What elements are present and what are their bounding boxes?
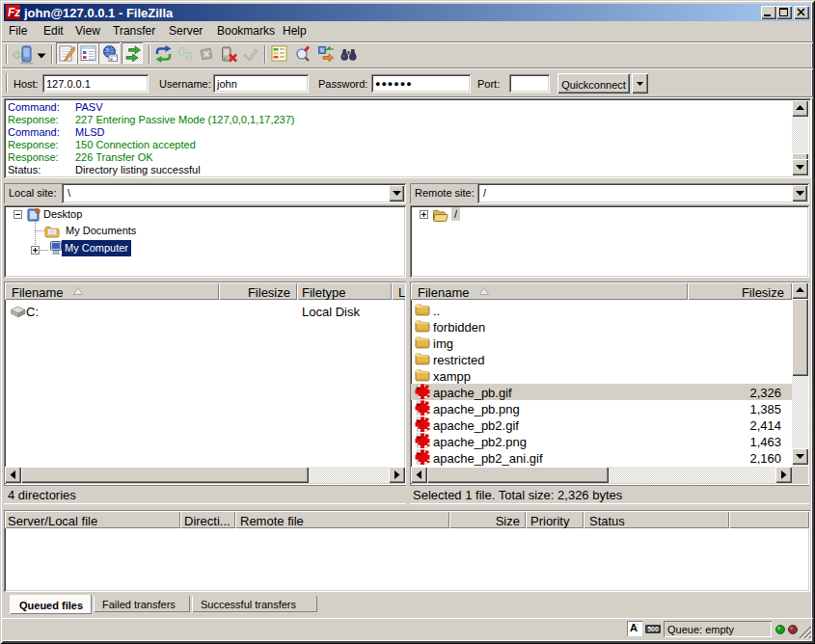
- svg-text:Fz: Fz: [8, 6, 20, 19]
